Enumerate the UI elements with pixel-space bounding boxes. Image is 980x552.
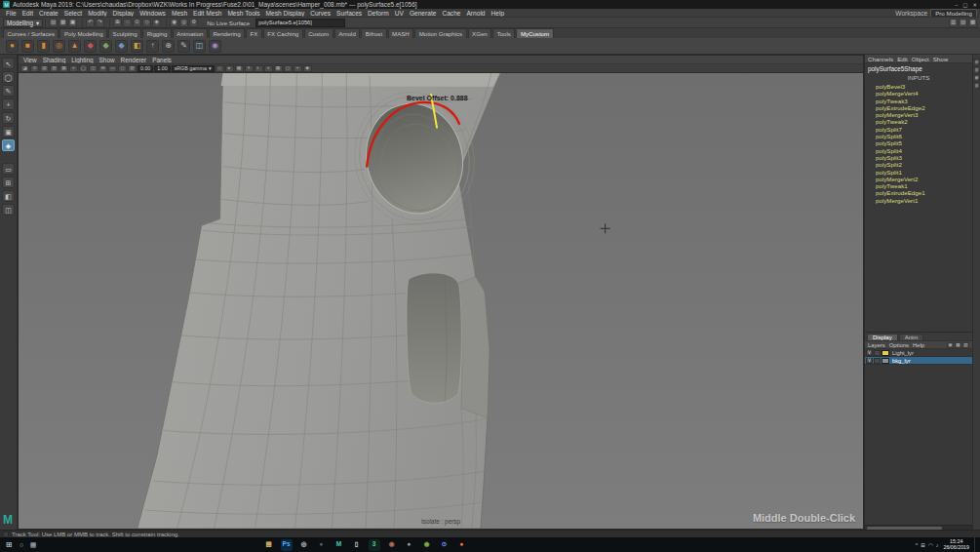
select-tool-icon[interactable]: ↖ [2,58,15,69]
vp-shadows-icon[interactable]: ◐ [255,65,263,72]
menu-item[interactable]: Surfaces [333,10,365,17]
layer-editor-menu-item[interactable]: Help [913,342,924,348]
move-tool-icon[interactable]: + [2,99,15,110]
layer-row[interactable]: V bkg_lyr [865,357,972,365]
current-tool-icon[interactable]: ◈ [2,139,15,151]
input-node-item[interactable]: polyMergeVert4 [865,90,972,97]
layer-color-swatch[interactable] [882,358,889,364]
shelf-tab[interactable]: Animation [173,28,208,38]
shelf-tab[interactable]: MyCustom [516,28,553,38]
gamma-field[interactable]: 1.00 [154,65,170,72]
shelf-tab[interactable]: Rendering [209,28,245,38]
paint-select-tool-icon[interactable]: ✎ [2,85,15,97]
single-pane-layout-icon[interactable]: ▭ [2,163,15,175]
start-button[interactable]: ⊞ [2,537,16,552]
shelf-tab[interactable]: Rigging [142,28,172,38]
input-node-item[interactable]: polyExtrudeEdge2 [865,104,972,111]
shelf-tab[interactable]: Arnold [334,28,361,38]
task-view-icon[interactable]: ▦ [27,537,39,552]
media-app-icon[interactable]: ● [404,539,415,551]
vp-xray-icon[interactable]: ◻ [284,65,293,72]
channel-box-toggle-icon[interactable]: ▦ [968,19,977,27]
vp-lights-icon[interactable]: ☀ [245,65,254,72]
vp-2d-pan-zoom-icon[interactable]: + [69,65,78,72]
shelf-tab[interactable]: XGen [468,28,492,38]
menu-item[interactable]: Mesh [169,10,190,17]
shelf-tab[interactable]: FX [246,28,262,38]
view-transform-dropdown[interactable]: sRGB gamma ▾ [172,65,215,72]
outliner-strip-icon[interactable]: ▧ [974,82,980,88]
viewport-3d-canvas[interactable]: Bevel Offset: 0.888 Isolate : persp Midd… [19,73,863,529]
persp-outliner-layout-icon[interactable]: ◧ [2,190,15,202]
shelf-bevel-icon[interactable]: ◧ [131,40,143,53]
shelf-sphere-icon[interactable]: ● [6,40,19,53]
snap-to-plane-icon[interactable]: ◇ [142,19,151,27]
menu-item[interactable]: Create [36,10,61,17]
ipr-render-icon[interactable]: ◎ [179,19,188,27]
display-tray-icon[interactable]: ⊟ [921,542,925,548]
input-node-item[interactable]: polySplit7 [865,126,972,133]
shelf-mirror-icon[interactable]: ◫ [193,40,206,53]
viewport-menu-item[interactable]: View [23,57,37,63]
skype-icon[interactable]: ⊙ [439,539,451,551]
input-node-item[interactable]: polyBevel3 [865,83,972,90]
open-scene-icon[interactable]: ▦ [59,19,67,27]
layer-playback-toggle[interactable] [874,350,881,356]
input-node-item[interactable]: polyMergeVert3 [865,111,972,118]
menu-item[interactable]: Cache [439,10,463,17]
vp-image-plane-icon[interactable]: ▦ [59,65,68,72]
vp-shaded-icon[interactable]: ● [225,65,234,72]
scale-tool-icon[interactable]: ▣ [2,126,15,138]
vp-bookmarks-icon[interactable]: ▥ [50,65,59,72]
menu-item[interactable]: Windows [137,10,169,17]
viewport-menu-item[interactable]: Shading [43,57,65,63]
menu-item[interactable]: UV [392,10,407,17]
new-empty-layer-icon[interactable]: ▦ [955,342,961,348]
four-pane-layout-icon[interactable]: ⊞ [2,177,15,188]
shelf-tab[interactable]: Bifrost [361,28,386,38]
quick-selection-field[interactable] [255,19,345,27]
workspace-selector[interactable]: Pro Modelling [930,9,977,18]
attribute-editor-toggle-icon[interactable]: ▤ [959,19,967,27]
vp-grid-toggle-icon[interactable]: ⊞ [98,65,107,72]
shelf-merge-icon[interactable]: ⊕ [162,40,175,53]
input-node-item[interactable]: polySplit5 [865,139,972,146]
redo-icon[interactable]: ↷ [96,19,104,27]
layer-editor-menu-item[interactable]: Options [889,342,909,348]
scrollbar-thumb[interactable] [867,527,942,530]
viewport-menu-item[interactable]: Lighting [71,57,93,63]
photoshop-icon[interactable]: Ps [281,539,293,551]
input-node-item[interactable]: polyTweak1 [865,182,972,189]
undo-icon[interactable]: ↶ [86,19,95,27]
shelf-cone-icon[interactable]: ▲ [68,40,81,53]
shelf-green-tool-icon[interactable]: ◆ [99,40,112,53]
input-node-item[interactable]: polyExtrudeEdge1 [865,189,972,196]
viewport-menu-item[interactable]: Show [99,57,115,63]
network-icon[interactable]: ◠ [928,542,933,548]
layer-editor-menu-item[interactable]: Layers [868,342,885,348]
shelf-multicut-icon[interactable]: ✎ [177,40,190,53]
substance-icon[interactable]: ◉ [386,539,398,551]
input-node-item[interactable]: polyTweak3 [865,98,972,104]
shelf-tab[interactable]: Motion Graphics [414,28,466,38]
menu-item[interactable]: Mesh Tools [224,10,262,17]
menu-item[interactable]: Modify [85,10,109,17]
viewport-menu-item[interactable]: Panels [152,57,172,63]
input-node-item[interactable]: polySplit3 [865,154,972,161]
chrome-icon[interactable]: ◉ [421,539,433,551]
layer-visibility-toggle[interactable]: V [866,358,873,364]
file-explorer-icon[interactable]: ▤ [263,539,275,551]
modeling-toolkit-toggle-icon[interactable]: ▥ [949,19,958,27]
vp-plugin-filter-icon[interactable]: ◆ [303,65,312,72]
layer-row[interactable]: V Light_lyr [865,349,972,357]
vp-isolate-select-icon[interactable]: ◫ [89,65,98,72]
exposure-field[interactable]: 0.00 [137,65,153,72]
shelf-tab[interactable]: Poly Modelling [59,28,107,38]
vp-lock-camera-icon[interactable]: ⊙ [30,65,39,72]
shelf-tab[interactable]: Curves / Surfaces [3,28,59,38]
shelf-blue-tool-icon[interactable]: ◆ [115,40,128,53]
input-node-item[interactable]: polyTweak2 [865,118,972,125]
close-button[interactable]: ✕ [972,2,977,8]
shelf-tab[interactable]: Sculpting [108,28,141,38]
vp-select-camera-icon[interactable]: ◪ [20,65,29,72]
